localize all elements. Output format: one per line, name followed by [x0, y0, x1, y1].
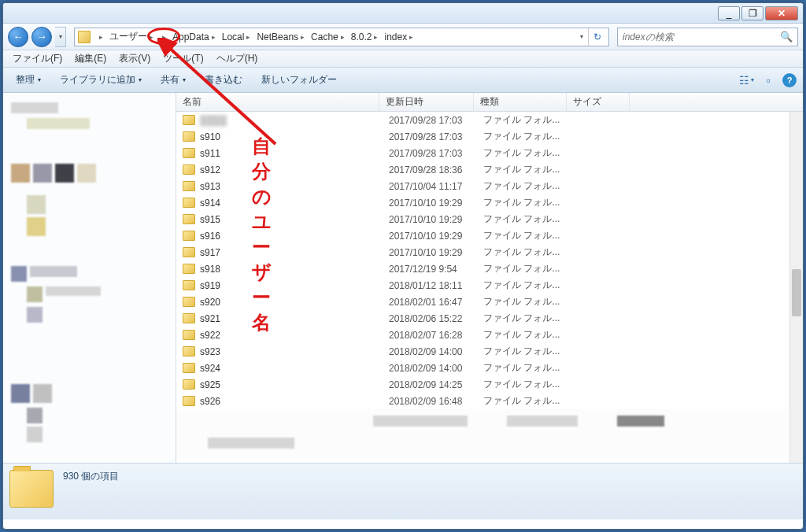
folder-icon — [183, 164, 195, 175]
table-row[interactable]: s9122017/09/28 18:36ファイル フォル... — [176, 161, 803, 178]
col-date[interactable]: 更新日時 — [379, 93, 474, 111]
menu-help[interactable]: ヘルプ(H) — [212, 50, 263, 67]
history-dropdown[interactable]: ▾ — [55, 27, 66, 47]
file-date: 2018/02/09 14:00 — [389, 363, 483, 374]
menu-tools[interactable]: ツール(T) — [158, 50, 208, 67]
library-button[interactable]: ライブラリに追加▾ — [54, 70, 148, 90]
folder-icon — [183, 297, 195, 307]
folder-icon — [183, 148, 195, 158]
table-row[interactable]: s9232018/02/09 14:00ファイル フォル... — [176, 343, 803, 360]
table-row[interactable]: s9192018/01/12 18:11ファイル フォル... — [176, 277, 803, 294]
folder-icon — [183, 264, 195, 274]
table-row[interactable]: s9132017/10/04 11:17ファイル フォル... — [176, 178, 803, 194]
status-bar: 930 個の項目 — [3, 463, 803, 519]
burn-button[interactable]: 書き込む — [198, 70, 249, 90]
table-row[interactable]: s9172017/10/10 19:29ファイル フォル... — [176, 244, 803, 260]
file-date: 2017/09/28 18:36 — [389, 164, 483, 175]
menu-file[interactable]: ファイル(F) — [8, 50, 67, 67]
breadcrumb[interactable]: ▸ — [94, 28, 106, 46]
breadcrumb[interactable]: 8.0.2▸ — [348, 28, 382, 46]
organize-button[interactable]: 整理▾ — [9, 70, 47, 90]
folder-icon — [183, 379, 195, 390]
folder-icon — [183, 181, 195, 191]
menu-edit[interactable]: 編集(E) — [70, 50, 111, 67]
file-type: ファイル フォル... — [483, 262, 576, 275]
file-name: s916 — [200, 231, 389, 242]
table-row[interactable]: s9212018/02/06 15:22ファイル フォル... — [176, 310, 803, 327]
breadcrumb[interactable]: NetBeans▸ — [253, 28, 308, 46]
folder-icon — [183, 131, 195, 142]
breadcrumb[interactable]: index▸ — [381, 28, 416, 46]
maximize-button[interactable]: ❐ — [741, 6, 763, 20]
address-bar[interactable]: ▸ ユーザー▸ ▸ AppData▸ Local▸ NetBeans▸ Cach… — [74, 28, 609, 46]
folder-icon — [183, 115, 195, 125]
table-row[interactable]: ████ 2017/09/28 17:03 ファイル フォル... — [176, 112, 803, 128]
folder-icon — [183, 330, 195, 340]
table-row[interactable]: s9222018/02/07 16:28ファイル フォル... — [176, 327, 803, 343]
close-button[interactable]: ✕ — [765, 6, 798, 20]
newfolder-button[interactable]: 新しいフォルダー — [255, 70, 343, 90]
file-type: ファイル フォル... — [483, 279, 576, 292]
col-type[interactable]: 種類 — [474, 93, 567, 111]
share-button[interactable]: 共有▾ — [154, 70, 192, 90]
menu-view[interactable]: 表示(V) — [114, 50, 155, 67]
forward-button[interactable]: → — [31, 27, 52, 47]
file-type: ファイル フォル... — [483, 394, 576, 408]
folder-icon — [183, 396, 195, 406]
search-box[interactable]: 🔍 — [617, 28, 798, 46]
table-row[interactable]: s9142017/10/10 19:29ファイル フォル... — [176, 194, 803, 211]
view-options-button[interactable]: ☷▾ — [738, 72, 754, 88]
file-date: 2018/02/07 16:28 — [389, 330, 483, 341]
table-row[interactable]: s9102017/09/28 17:03ファイル フォル... — [176, 128, 803, 145]
file-date: 2018/01/12 18:11 — [389, 280, 483, 291]
file-type: ファイル フォル... — [483, 146, 576, 160]
search-icon[interactable]: 🔍 — [780, 31, 793, 42]
explorer-window: _ ❐ ✕ ← → ▾ ▸ ユーザー▸ ▸ AppData▸ Local▸ Ne… — [2, 2, 804, 530]
file-type: ファイル フォル... — [483, 378, 576, 391]
col-size[interactable]: サイズ — [567, 93, 630, 111]
help-button[interactable]: ? — [782, 73, 797, 87]
table-row[interactable]: s9262018/02/09 16:48ファイル フォル... — [176, 393, 803, 409]
col-name[interactable]: 名前 — [176, 93, 379, 111]
breadcrumb[interactable]: Local▸ — [219, 28, 254, 46]
table-row[interactable]: s9252018/02/09 14:25ファイル フォル... — [176, 376, 803, 393]
scrollbar[interactable] — [789, 112, 803, 463]
folder-icon — [78, 31, 91, 43]
minimize-button[interactable]: _ — [718, 6, 740, 20]
file-type: ファイル フォル... — [483, 328, 576, 342]
nav-row: ← → ▾ ▸ ユーザー▸ ▸ AppData▸ Local▸ NetBeans… — [3, 24, 803, 50]
folder-icon — [183, 214, 195, 224]
folder-icon — [183, 247, 195, 257]
file-type: ファイル フォル... — [483, 246, 576, 259]
scrollbar-thumb[interactable] — [792, 269, 801, 316]
address-dropdown[interactable]: ▾ — [575, 33, 588, 40]
table-row[interactable]: s9112017/09/28 17:03ファイル フォル... — [176, 145, 803, 161]
file-type: ファイル フォル... — [483, 196, 576, 209]
breadcrumb[interactable]: Cache▸ — [308, 28, 348, 46]
file-name: s925 — [200, 379, 389, 390]
table-row[interactable]: s9242018/02/09 14:00ファイル フォル... — [176, 360, 803, 376]
folder-icon — [183, 346, 195, 357]
toolbar: 整理▾ ライブラリに追加▾ 共有▾ 書き込む 新しいフォルダー ☷▾ ▫ ? — [3, 68, 803, 93]
file-date: 2017/10/04 11:17 — [389, 181, 483, 192]
file-type: ファイル フォル... — [483, 345, 576, 358]
refresh-button[interactable]: ↻ — [588, 28, 605, 46]
table-row[interactable]: s9162017/10/10 19:29ファイル フォル... — [176, 227, 803, 244]
folder-icon — [183, 280, 195, 290]
file-type: ファイル フォル... — [483, 312, 576, 325]
back-button[interactable]: ← — [8, 27, 28, 47]
breadcrumb[interactable]: ユーザー▸ — [106, 28, 157, 46]
table-row[interactable]: s9182017/12/19 9:54ファイル フォル... — [176, 260, 803, 277]
table-row[interactable]: s9202018/02/01 16:47ファイル フォル... — [176, 294, 803, 310]
preview-pane-button[interactable]: ▫ — [760, 72, 776, 88]
file-date: 2018/02/06 15:22 — [389, 313, 483, 324]
table-row[interactable]: s9152017/10/10 19:29ファイル フォル... — [176, 211, 803, 227]
file-list[interactable]: ████ 2017/09/28 17:03 ファイル フォル... s91020… — [176, 112, 803, 463]
breadcrumb[interactable]: AppData▸ — [169, 28, 219, 46]
nav-pane[interactable] — [3, 93, 176, 463]
item-count: 930 個の項目 — [63, 470, 119, 483]
column-headers: 名前 更新日時 種類 サイズ — [176, 93, 803, 112]
folder-icon — [183, 198, 195, 208]
search-input[interactable] — [623, 31, 780, 42]
breadcrumb[interactable]: ▸ — [157, 28, 169, 46]
